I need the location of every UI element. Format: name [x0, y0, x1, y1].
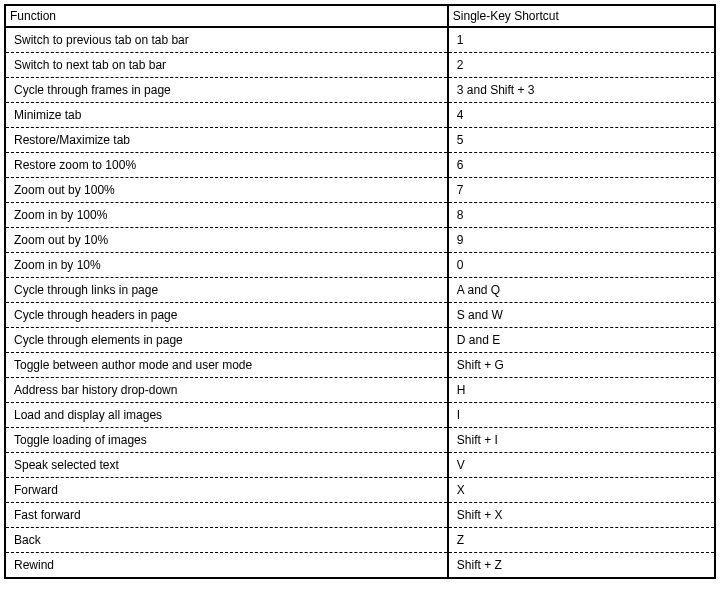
table-row: Zoom in by 100%8	[5, 203, 715, 228]
function-cell: Forward	[5, 478, 448, 503]
table-row: Zoom out by 10%9	[5, 228, 715, 253]
table-row: Switch to previous tab on tab bar1	[5, 27, 715, 53]
function-cell: Restore/Maximize tab	[5, 128, 448, 153]
shortcut-cell: 2	[448, 53, 715, 78]
table-row: Toggle loading of imagesShift + I	[5, 428, 715, 453]
shortcut-cell: Shift + Z	[448, 553, 715, 579]
shortcut-cell: 3 and Shift + 3	[448, 78, 715, 103]
shortcut-cell: D and E	[448, 328, 715, 353]
table-row: Address bar history drop-downH	[5, 378, 715, 403]
shortcut-cell: 4	[448, 103, 715, 128]
table-row: Cycle through frames in page3 and Shift …	[5, 78, 715, 103]
function-cell: Speak selected text	[5, 453, 448, 478]
table-row: RewindShift + Z	[5, 553, 715, 579]
shortcut-cell: 1	[448, 27, 715, 53]
shortcut-cell: A and Q	[448, 278, 715, 303]
table-row: Minimize tab4	[5, 103, 715, 128]
table-row: BackZ	[5, 528, 715, 553]
shortcut-cell: Z	[448, 528, 715, 553]
shortcut-cell: S and W	[448, 303, 715, 328]
function-cell: Toggle between author mode and user mode	[5, 353, 448, 378]
table-row: Cycle through elements in pageD and E	[5, 328, 715, 353]
table-row: Switch to next tab on tab bar2	[5, 53, 715, 78]
shortcut-cell: 0	[448, 253, 715, 278]
table-row: Toggle between author mode and user mode…	[5, 353, 715, 378]
function-cell: Zoom out by 100%	[5, 178, 448, 203]
shortcut-cell: I	[448, 403, 715, 428]
table-header-row: Function Single-Key Shortcut	[5, 5, 715, 27]
header-function: Function	[5, 5, 448, 27]
header-shortcut: Single-Key Shortcut	[448, 5, 715, 27]
function-cell: Cycle through links in page	[5, 278, 448, 303]
function-cell: Cycle through frames in page	[5, 78, 448, 103]
function-cell: Zoom in by 100%	[5, 203, 448, 228]
table-row: ForwardX	[5, 478, 715, 503]
function-cell: Address bar history drop-down	[5, 378, 448, 403]
table-row: Restore zoom to 100%6	[5, 153, 715, 178]
shortcut-cell: 7	[448, 178, 715, 203]
function-cell: Rewind	[5, 553, 448, 579]
table-row: Load and display all imagesI	[5, 403, 715, 428]
table-row: Zoom out by 100%7	[5, 178, 715, 203]
function-cell: Restore zoom to 100%	[5, 153, 448, 178]
shortcut-cell: V	[448, 453, 715, 478]
table-row: Fast forwardShift + X	[5, 503, 715, 528]
function-cell: Switch to next tab on tab bar	[5, 53, 448, 78]
function-cell: Zoom in by 10%	[5, 253, 448, 278]
shortcut-cell: 6	[448, 153, 715, 178]
shortcut-cell: 5	[448, 128, 715, 153]
shortcut-cell: H	[448, 378, 715, 403]
function-cell: Fast forward	[5, 503, 448, 528]
shortcut-cell: Shift + X	[448, 503, 715, 528]
function-cell: Minimize tab	[5, 103, 448, 128]
function-cell: Load and display all images	[5, 403, 448, 428]
table-row: Cycle through links in pageA and Q	[5, 278, 715, 303]
function-cell: Cycle through elements in page	[5, 328, 448, 353]
shortcut-cell: 8	[448, 203, 715, 228]
table-row: Speak selected textV	[5, 453, 715, 478]
function-cell: Switch to previous tab on tab bar	[5, 27, 448, 53]
shortcut-cell: 9	[448, 228, 715, 253]
table-row: Cycle through headers in pageS and W	[5, 303, 715, 328]
table-row: Restore/Maximize tab5	[5, 128, 715, 153]
function-cell: Back	[5, 528, 448, 553]
function-cell: Cycle through headers in page	[5, 303, 448, 328]
shortcut-cell: Shift + I	[448, 428, 715, 453]
shortcuts-table: Function Single-Key Shortcut Switch to p…	[4, 4, 716, 579]
table-row: Zoom in by 10%0	[5, 253, 715, 278]
function-cell: Zoom out by 10%	[5, 228, 448, 253]
function-cell: Toggle loading of images	[5, 428, 448, 453]
shortcut-cell: Shift + G	[448, 353, 715, 378]
shortcut-cell: X	[448, 478, 715, 503]
